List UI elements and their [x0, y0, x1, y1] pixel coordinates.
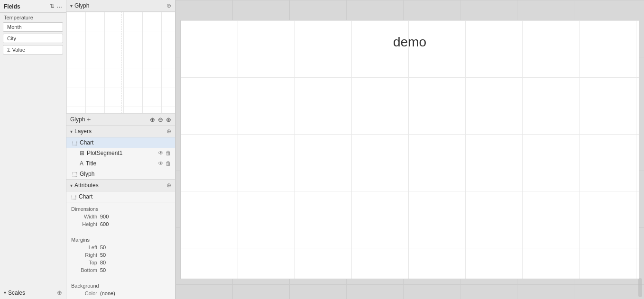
plot-segment-visibility-icon[interactable]: 👁 [158, 150, 164, 156]
layer-chart-label: Chart [80, 139, 171, 146]
attributes-collapse-arrow[interactable]: ▾ [70, 183, 73, 188]
field-group-label: Temperature [0, 13, 66, 21]
left-row: Left 50 [71, 244, 170, 251]
title-actions: 👁 🗑 [158, 160, 171, 167]
glyph-add-button[interactable]: + [87, 116, 91, 123]
zoom-reset-icon[interactable]: ⊛ [166, 116, 171, 123]
layer-plot-segment[interactable]: ⊞ PlotSegment1 👁 🗑 [66, 148, 175, 158]
background-group: Background Color (none) [66, 279, 175, 298]
color-value[interactable]: (none) [100, 290, 170, 296]
attr-divider-1 [71, 231, 170, 231]
chart-area[interactable]: demo [180, 20, 639, 279]
fields-title: Fields [4, 3, 20, 10]
scales-header: ▾ Scales ⊕ [4, 289, 62, 296]
title-layer-icon: A [80, 160, 83, 167]
layer-glyph-label: Glyph [80, 171, 171, 177]
layers-section-title: ▾ Layers [70, 128, 92, 135]
color-row: Color (none) [71, 290, 170, 297]
height-label: Height [71, 221, 97, 227]
layer-plot-segment-label: PlotSegment1 [87, 150, 158, 156]
glyph-toolbar: Glyph + ⊕ ⊖ ⊛ [66, 114, 175, 126]
glyph-label: Glyph [70, 116, 85, 123]
left-label: Left [71, 245, 97, 250]
main-canvas: demo [175, 0, 644, 299]
layers-pin-icon[interactable]: ⊕ [166, 128, 171, 135]
scroll-indicator[interactable] [638, 278, 642, 297]
width-value[interactable]: 900 [100, 214, 170, 219]
bottom-value[interactable]: 50 [100, 267, 170, 273]
fields-sort-icon[interactable]: ⇅ [50, 3, 55, 10]
layers-collapse-arrow[interactable]: ▾ [70, 129, 73, 134]
plot-segment-actions: 👁 🗑 [158, 150, 171, 156]
dimensions-label: Dimensions [71, 206, 170, 212]
layer-title[interactable]: A Title 👁 🗑 [66, 158, 175, 169]
fields-more-icon[interactable]: ··· [56, 3, 62, 10]
layers-section-header: ▾ Layers ⊕ [66, 126, 175, 137]
right-row: Right 50 [71, 251, 170, 259]
layer-chart[interactable]: ⬚ Chart [66, 137, 175, 148]
glyph-toolbar-left: Glyph + [70, 116, 91, 123]
width-label: Width [71, 214, 97, 219]
glyph-collapse-arrow[interactable]: ▾ [70, 3, 73, 9]
scales-section: ▾ Scales ⊕ [0, 286, 66, 299]
fields-header: Fields ⇅ ··· [0, 0, 66, 13]
sigma-icon: Σ [7, 47, 10, 53]
top-value[interactable]: 80 [100, 260, 170, 265]
glyph-pin-icon[interactable]: ⊕ [166, 2, 171, 9]
margins-label: Margins [71, 237, 170, 243]
scales-title: ▾ Scales [4, 290, 25, 296]
field-value[interactable]: Σ Value [3, 45, 63, 54]
layer-glyph[interactable]: ⬚ Glyph [66, 169, 175, 179]
chart-inner-grid [181, 20, 639, 279]
chart-layer-icon: ⬚ [72, 139, 77, 146]
color-label: Color [71, 290, 97, 296]
title-visibility-icon[interactable]: 👁 [158, 160, 164, 167]
scales-collapse-arrow[interactable]: ▾ [4, 290, 6, 295]
height-value[interactable]: 600 [100, 221, 170, 227]
attributes-pin-icon[interactable]: ⊕ [166, 182, 171, 189]
bottom-label: Bottom [71, 267, 97, 273]
attributes-section-title: ▾ Attributes [70, 182, 99, 189]
fields-icons: ⇅ ··· [50, 3, 62, 10]
attr-divider-2 [71, 277, 170, 277]
right-label: Right [71, 252, 97, 258]
margins-group: Margins Left 50 Right 50 Top 80 Bottom 5… [66, 233, 175, 275]
field-month[interactable]: Month [3, 22, 63, 32]
attributes-chart-name: ⬚ Chart [66, 191, 175, 202]
zoom-out-icon[interactable]: ⊖ [158, 116, 163, 123]
left-value[interactable]: 50 [100, 245, 170, 250]
attributes-section: ▾ Attributes ⊕ ⬚ Chart Dimensions Width … [66, 180, 175, 299]
left-panel: Fields ⇅ ··· Temperature Month City Σ Va… [0, 0, 66, 299]
glyph-layer-icon: ⬚ [72, 171, 77, 177]
bottom-row: Bottom 50 [71, 266, 170, 274]
middle-panel: ▾ Glyph ⊕ Glyph + ⊕ ⊖ ⊛ ▾ Layers [66, 0, 175, 299]
right-value[interactable]: 50 [100, 252, 170, 258]
glyph-toolbar-right: ⊕ ⊖ ⊛ [150, 116, 171, 123]
attributes-section-header: ▾ Attributes ⊕ [66, 180, 175, 191]
attributes-chart-icon: ⬚ [71, 193, 76, 200]
scales-pin-icon[interactable]: ⊕ [57, 289, 62, 296]
top-label: Top [71, 260, 97, 265]
glyph-section-header: ▾ Glyph ⊕ [66, 0, 175, 12]
layer-title-label: Title [86, 160, 158, 167]
field-city[interactable]: City [3, 34, 63, 43]
top-row: Top 80 [71, 259, 170, 266]
zoom-in-icon[interactable]: ⊕ [150, 116, 155, 123]
background-label: Background [71, 283, 170, 289]
glyph-canvas [66, 12, 175, 114]
plot-segment-delete-icon[interactable]: 🗑 [166, 150, 171, 156]
glyph-divider [121, 12, 121, 113]
glyph-section: ▾ Glyph ⊕ Glyph + ⊕ ⊖ ⊛ [66, 0, 175, 126]
width-row: Width 900 [71, 213, 170, 220]
dimensions-group: Dimensions Width 900 Height 600 [66, 202, 175, 229]
glyph-section-title: ▾ Glyph [70, 2, 89, 9]
layers-section: ▾ Layers ⊕ ⬚ Chart ⊞ PlotSegment1 👁 🗑 A … [66, 126, 175, 180]
demo-text: demo [181, 35, 639, 50]
title-delete-icon[interactable]: 🗑 [166, 160, 171, 167]
height-row: Height 600 [71, 220, 170, 228]
plot-segment-icon: ⊞ [80, 150, 84, 156]
